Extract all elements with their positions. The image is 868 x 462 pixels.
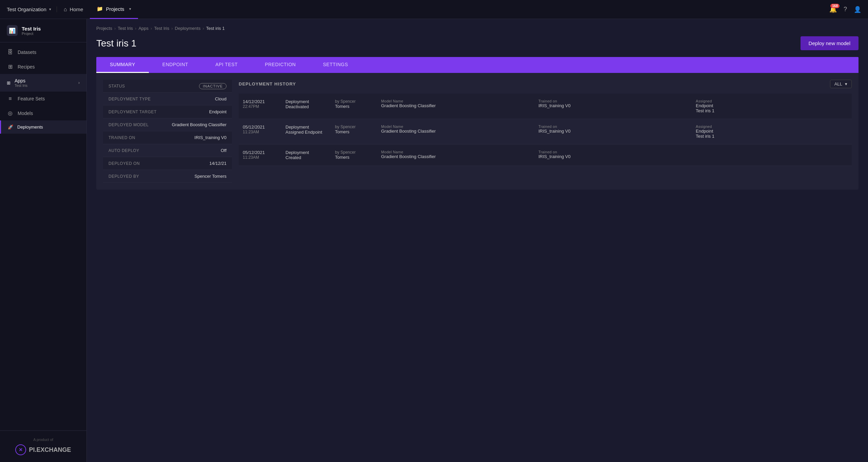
history-model-label: Model Name: [381, 124, 533, 129]
summary-row: TRAINED ON IRIS_training V0: [103, 131, 232, 144]
summary-panel: STATUS INACTIVE DEPLOYMENT TYPE Cloud DE…: [103, 80, 232, 183]
history-action: Deployment Assigned Endpoint: [285, 124, 330, 135]
tab-prediction[interactable]: PREDICTION: [251, 57, 309, 73]
history-model-label: Model Name: [381, 99, 533, 103]
history-action-text: Deployment: [285, 99, 330, 104]
history-trained-value: IRIS_training V0: [538, 103, 690, 108]
history-model-value: Gradient Boosting Classifier: [381, 129, 533, 134]
apps-icon: ⊞: [7, 80, 11, 85]
history-model: Model Name Gradient Boosting Classifier: [381, 99, 533, 108]
folder-icon: 📁: [97, 6, 103, 12]
top-nav: Test Organization ▾ ⌂ Home 📁 Projects ▾ …: [0, 0, 868, 19]
filter-label: ALL: [834, 81, 842, 86]
history-by-name: Tomers: [335, 155, 376, 160]
history-trained: Trained on IRIS_training V0: [538, 124, 690, 134]
history-model-label: Model Name: [381, 150, 533, 154]
summary-label: DEPLOYED ON: [108, 161, 163, 166]
sep5: ›: [202, 26, 204, 31]
sidebar-item-datasets[interactable]: 🗄 Datasets: [0, 45, 86, 59]
history-datetime: 05/12/2021 11:23AM: [243, 124, 280, 134]
summary-row: DEPLOYED ON 14/12/21: [103, 157, 232, 170]
history-date: 05/12/2021: [243, 124, 280, 130]
summary-row: DEPLOYMENT TYPE Cloud: [103, 93, 232, 105]
recipes-label: Recipes: [18, 64, 35, 70]
history-date: 14/12/2021: [243, 99, 280, 104]
history-filter[interactable]: ALL ▾: [830, 80, 852, 88]
pi-exchange-icon: ✕: [15, 444, 26, 455]
breadcrumb-testiris[interactable]: Test Iris: [118, 26, 133, 31]
tab-api-test[interactable]: API TEST: [202, 57, 251, 73]
summary-value: Spencer Tomers: [163, 174, 226, 179]
home-label: Home: [70, 6, 83, 12]
history-model: Model Name Gradient Boosting Classifier: [381, 124, 533, 134]
summary-label: STATUS: [108, 84, 163, 89]
sidebar-item-deployments[interactable]: 🚀 Deployments: [0, 120, 86, 134]
sep3: ›: [151, 26, 152, 31]
help-button[interactable]: ?: [844, 6, 847, 13]
breadcrumb-testiris2[interactable]: Test Iris: [154, 26, 169, 31]
history-datetime: 14/12/2021 22:47PM: [243, 99, 280, 109]
deployments-label: Deployments: [17, 124, 43, 130]
history-assigned-value: Endpoint: [696, 103, 848, 108]
org-selector[interactable]: Test Organization ▾: [7, 6, 57, 12]
history-by-name: Tomers: [335, 129, 376, 134]
history-row: 05/12/2021 11:23AM Deployment Created by…: [239, 145, 852, 166]
history-trained: Trained on IRIS_training V0: [538, 99, 690, 108]
sep2: ›: [135, 26, 136, 31]
summary-label: DEPLOYED MODEL: [108, 122, 163, 127]
history-assigned: Assigned Endpoint Test iris 1: [696, 124, 848, 139]
sidebar-item-models[interactable]: ◎ Models: [0, 106, 86, 120]
notifications-button[interactable]: 🔔 168: [829, 6, 837, 13]
sidebar-item-apps[interactable]: ⊞ Apps Test Iris ›: [0, 74, 86, 92]
history-trained-value: IRIS_training V0: [538, 154, 690, 159]
deploy-new-model-button[interactable]: Deploy new model: [801, 36, 859, 50]
history-action-text: Deployment: [285, 150, 330, 155]
home-nav-item[interactable]: ⌂ Home: [57, 0, 90, 19]
history-assigned-label: Assigned: [696, 99, 848, 103]
summary-row: AUTO DEPLOY Off: [103, 144, 232, 157]
history-assigned-value2: Test iris 1: [696, 134, 848, 139]
featuresets-icon: ≡: [7, 96, 14, 102]
breadcrumb-apps[interactable]: Apps: [138, 26, 149, 31]
sidebar-nav: 🗄 Datasets ⊞ Recipes ⊞ Apps Test Iris › …: [0, 42, 86, 430]
models-label: Models: [18, 111, 33, 116]
history-time: 11:23AM: [243, 155, 280, 160]
tab-summary[interactable]: SUMMARY: [96, 57, 149, 73]
history-by-name: Tomers: [335, 104, 376, 109]
breadcrumb-projects[interactable]: Projects: [96, 26, 112, 31]
org-name: Test Organization: [7, 6, 46, 12]
datasets-icon: 🗄: [7, 49, 14, 55]
projects-label: Projects: [106, 6, 124, 12]
summary-rows: STATUS INACTIVE DEPLOYMENT TYPE Cloud DE…: [103, 80, 232, 183]
summary-row: DEPLOYED MODEL Gradient Boosting Classif…: [103, 118, 232, 131]
history-trained-label: Trained on: [538, 99, 690, 103]
sidebar-item-featuresets[interactable]: ≡ Feature Sets: [0, 92, 86, 106]
tab-settings[interactable]: SETTINGS: [309, 57, 361, 73]
history-panel: DEPLOYMENT HISTORY ALL ▾ 14/12/2021 22:4…: [239, 80, 852, 183]
page-header: Test iris 1 Deploy new model: [96, 36, 859, 50]
main-content: Projects › Test Iris › Apps › Test Iris …: [87, 19, 868, 462]
history-by-text: by Spencer: [335, 99, 376, 104]
sidebar-project[interactable]: 📊 Test Iris Project: [0, 19, 86, 42]
history-model: Model Name Gradient Boosting Classifier: [381, 150, 533, 159]
summary-value: Off: [163, 148, 226, 153]
recipes-icon: ⊞: [7, 63, 14, 70]
sidebar-footer: A product of ✕ PI.EXCHANGE: [0, 430, 86, 462]
projects-nav-item[interactable]: 📁 Projects ▾: [90, 0, 138, 19]
user-button[interactable]: 👤: [854, 6, 861, 13]
summary-label: DEPLOYMENT TARGET: [108, 110, 163, 114]
summary-value: 14/12/21: [163, 161, 226, 166]
breadcrumb-deployments[interactable]: Deployments: [175, 26, 201, 31]
history-assigned: Assigned Endpoint Test iris 1: [696, 99, 848, 113]
tab-endpoint[interactable]: ENDPOINT: [149, 57, 202, 73]
apps-chevron-icon: ›: [78, 80, 80, 85]
models-icon: ◎: [7, 110, 14, 116]
history-action-detail: Created: [285, 155, 330, 160]
sidebar-item-recipes[interactable]: ⊞ Recipes: [0, 59, 86, 74]
apps-sub: Test Iris: [15, 83, 27, 88]
notif-badge: 168: [830, 4, 840, 8]
history-model-value: Gradient Boosting Classifier: [381, 154, 533, 159]
summary-value: IRIS_training V0: [163, 135, 226, 140]
project-name: Test Iris: [22, 26, 41, 32]
history-by-text: by Spencer: [335, 124, 376, 129]
